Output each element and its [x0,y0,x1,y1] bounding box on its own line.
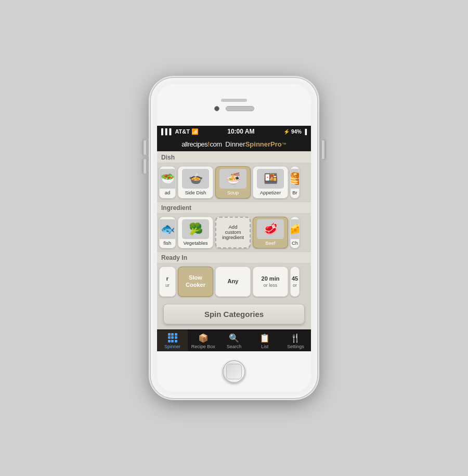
top-bezel [157,84,311,126]
fish-emoji: 🐟 [161,223,175,235]
volume-up-button[interactable] [144,140,146,155]
phone-frame: ▌▌▌ AT&T 📶 10:00 AM ⚡ 94% ▐ allrecipes !… [151,78,317,398]
vegetables-emoji: 🥦 [189,223,203,235]
battery-level: 94% [291,129,302,135]
brand-separator [223,141,225,147]
volume-buttons [144,140,146,174]
tab-label-spinner: Spinner [164,344,180,349]
dish-name-salad: ad [165,190,171,195]
dish-item-side-dish[interactable]: 🍲 Side Dish [178,166,213,198]
recipe-box-icon: 📦 [198,333,209,343]
tab-recipe-box[interactable]: 📦 Recipe Box [188,330,218,351]
ready-sub-1hr: ur [165,283,170,288]
ready-in-row: r ur SlowCooker Any 20 min or less 45 or [157,263,311,300]
ready-item-slow-cooker[interactable]: SlowCooker [178,267,213,297]
ready-item-1hr[interactable]: r ur [159,267,176,297]
tab-bar: Spinner 📦 Recipe Box 🔍 Search 📋 List 🍴 S… [157,329,311,351]
ready-item-45[interactable]: 45 or [290,267,300,297]
dish-img-appetizer: 🍱 [257,169,284,189]
dish-img-breakfast: 🥞 [290,169,300,189]
ingredient-name-cheese: Ch [292,241,298,246]
ready-sub-45: or [293,283,297,288]
ingredient-item-beef[interactable]: 🥩 Beef [253,217,288,248]
bottom-bezel [157,351,311,392]
spin-button[interactable]: Spin Categories [163,304,305,324]
tab-list[interactable]: 📋 List [250,330,280,351]
tab-label-settings: Settings [287,344,304,349]
carrier-label: AT&T [175,128,190,135]
signal-icon: ▌▌▌ [161,128,173,135]
tab-settings[interactable]: 🍴 Settings [280,330,311,351]
ready-item-any[interactable]: Any [215,267,251,297]
app-name-tm: ™ [282,142,287,147]
phone-inner: ▌▌▌ AT&T 📶 10:00 AM ⚡ 94% ▐ allrecipes !… [157,84,311,392]
ready-in-section-label: Ready In [157,252,311,263]
dish-item-appetizer[interactable]: 🍱 Appetizer [253,166,288,198]
spin-section: Spin Categories [157,300,311,329]
tab-label-search: Search [227,344,242,349]
bluetooth-icon: ⚡ [283,129,290,135]
ingredient-name-beef: Beef [265,241,276,246]
status-left: ▌▌▌ AT&T 📶 [161,128,199,135]
wifi-icon: 📶 [191,128,199,135]
ingredient-item-vegetables[interactable]: 🥦 Vegetables [178,217,213,248]
ingredient-img-beef: 🥩 [257,219,284,239]
ingredient-item-fish[interactable]: 🐟 fish [159,217,176,248]
dish-img-salad: 🥗 [159,169,176,189]
camera-row [214,106,254,111]
power-button[interactable] [322,140,324,159]
app-name-spinner: SpinnerPro [245,140,282,148]
dish-name-side-dish: Side Dish [185,190,206,195]
ready-name-any: Any [228,278,239,285]
ingredient-name-vegetables: Vegetables [183,241,207,246]
home-button-inner [226,364,242,379]
ingredient-img-cheese: 🧀 [290,219,300,239]
beef-emoji: 🥩 [264,223,278,235]
tab-label-list: List [261,344,268,349]
earpiece [226,106,254,111]
ready-sub-20min: or less [264,283,278,288]
ingredient-img-fish: 🐟 [159,219,176,239]
ingredient-img-vegetables: 🥦 [182,219,209,239]
dish-img-side-dish: 🍲 [182,169,209,189]
dish-section-label: Dish [157,151,311,163]
ingredient-item-cheese[interactable]: 🧀 Ch [290,217,300,248]
status-time: 10:00 AM [227,128,254,135]
status-right: ⚡ 94% ▐ [283,129,307,135]
add-custom-label: Addcustomingredient [222,224,244,241]
ready-name-1hr: r [166,275,168,283]
ready-name-20min: 20 min [262,275,280,283]
spinner-grid-icon [168,333,177,342]
cheese-emoji: 🧀 [290,223,300,235]
speaker [221,99,247,102]
home-button[interactable] [223,360,245,383]
dish-name-appetizer: Appetizer [260,190,281,195]
dish-category-row: 🥗 ad 🍲 Side Dish 🍜 Soup 🍱 Appetizer 🥞 [157,163,311,201]
search-icon: 🔍 [229,333,239,343]
brand-domain: com [210,140,222,148]
tab-spinner[interactable]: Spinner [157,330,188,351]
breakfast-emoji: 🥞 [290,173,300,184]
screen: ▌▌▌ AT&T 📶 10:00 AM ⚡ 94% ▐ allrecipes !… [157,126,311,351]
settings-icon: 🍴 [290,333,301,343]
salad-emoji: 🥗 [161,173,175,184]
app-name-dinner: Dinner [225,140,245,148]
ingredient-item-add-custom[interactable]: Addcustomingredient [215,217,251,248]
list-icon: 📋 [259,333,270,343]
app-header: allrecipes ! com DinnerSpinnerPro™ [157,137,311,151]
volume-down-button[interactable] [144,159,146,174]
ready-name-45: 45 [292,275,298,283]
dish-item-salad[interactable]: 🥗 ad [159,166,176,198]
ingredient-section-label: Ingredient [157,202,311,214]
ready-item-20min[interactable]: 20 min or less [253,267,288,297]
side-dish-emoji: 🍲 [189,173,203,184]
ingredient-name-fish: fish [164,241,172,246]
brand-name: allrecipes [181,140,207,148]
front-camera [214,106,219,111]
dish-item-soup[interactable]: 🍜 Soup [215,166,251,198]
appetizer-emoji: 🍱 [264,173,278,184]
tab-search[interactable]: 🔍 Search [218,330,249,351]
ready-name-slow-cooker: SlowCooker [186,274,205,289]
dish-name-breakfast: Br [292,190,297,195]
dish-item-breakfast[interactable]: 🥞 Br [290,166,300,198]
